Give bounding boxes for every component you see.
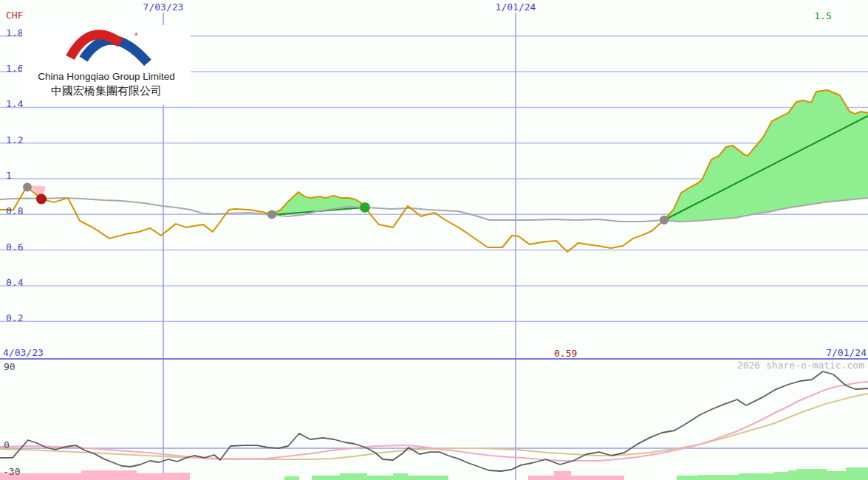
y-axis-label: 0.6 bbox=[6, 241, 23, 253]
histogram-bar-green bbox=[677, 476, 698, 480]
x-axis-start-date: 4/03/23 bbox=[3, 347, 44, 358]
low-price-label: 0.59 bbox=[554, 348, 577, 359]
y-axis-label: 1.4 bbox=[6, 98, 23, 109]
trend-start-dot-2 bbox=[267, 210, 276, 219]
high-price-label: 1.5 bbox=[807, 10, 839, 21]
histogram-bar-pink bbox=[164, 473, 190, 480]
arch-logo-icon bbox=[22, 27, 191, 71]
x-axis-end-date: 7/01/24 bbox=[826, 347, 867, 358]
histogram-bar-green bbox=[846, 467, 868, 480]
x-gridline-date-2: 1/01/24 bbox=[496, 1, 536, 13]
histogram-bar-green bbox=[827, 471, 846, 480]
trend-start-dot-1 bbox=[23, 183, 32, 192]
histogram-bar-pink bbox=[81, 470, 137, 480]
company-name-chinese: 中國宏橋集團有限公司 bbox=[22, 84, 191, 98]
trend-end-dot-red bbox=[36, 194, 47, 205]
histogram-bar-green bbox=[312, 476, 340, 480]
y-axis-label: 0.8 bbox=[6, 205, 23, 216]
gain-fill-right bbox=[664, 90, 868, 222]
histogram-bar-green bbox=[393, 473, 408, 480]
histogram-bar-pink bbox=[554, 471, 571, 480]
y-axis-label: 1 bbox=[6, 170, 12, 181]
histogram-bar-pink bbox=[137, 473, 164, 480]
y-axis-label: 1.2 bbox=[6, 134, 23, 145]
oscillator-main-line bbox=[0, 371, 868, 471]
histogram-bar-green bbox=[739, 473, 773, 480]
trademark-asterisk: * bbox=[134, 31, 138, 41]
x-gridline-date-1: 7/03/23 bbox=[143, 1, 184, 13]
histogram-bar-green bbox=[284, 476, 299, 480]
histogram-bar-green bbox=[408, 476, 448, 480]
histogram-bar-pink bbox=[571, 476, 624, 480]
company-logo: * China Hongqiao Group Limited 中國宏橋集團有限公… bbox=[22, 25, 191, 105]
y-axis-label: 1.6 bbox=[6, 63, 23, 74]
y-axis-label: 0.2 bbox=[6, 312, 23, 323]
oscillator-tick-minus30: -30 bbox=[3, 466, 20, 477]
trend-end-dot-green bbox=[360, 202, 370, 213]
histogram-bar-green bbox=[788, 470, 796, 480]
histogram-bar-green bbox=[698, 475, 739, 480]
y-axis-label: 0.4 bbox=[6, 277, 23, 288]
y-axis-label: 1.8 bbox=[6, 27, 23, 38]
histogram-bar-pink bbox=[13, 473, 81, 480]
histogram-bar-pink bbox=[528, 476, 554, 480]
oscillator-tick-0: 0 bbox=[4, 439, 10, 450]
histogram-bar-green bbox=[340, 473, 367, 480]
histogram-bar-green bbox=[773, 472, 788, 480]
oscillator-tan-line bbox=[0, 394, 868, 459]
currency-label: CHF bbox=[6, 10, 23, 21]
company-name: China Hongqiao Group Limited bbox=[22, 71, 191, 82]
oscillator-pink-line bbox=[0, 382, 868, 461]
oscillator-tick-90: 90 bbox=[4, 361, 16, 372]
trend-start-dot-3 bbox=[660, 216, 669, 224]
histogram-bar-green bbox=[796, 469, 827, 480]
histogram-bar-green bbox=[367, 476, 393, 480]
stock-chart-page: 2026 share-o-matic.com CHF 7/03/23 1/01/… bbox=[0, 0, 868, 480]
